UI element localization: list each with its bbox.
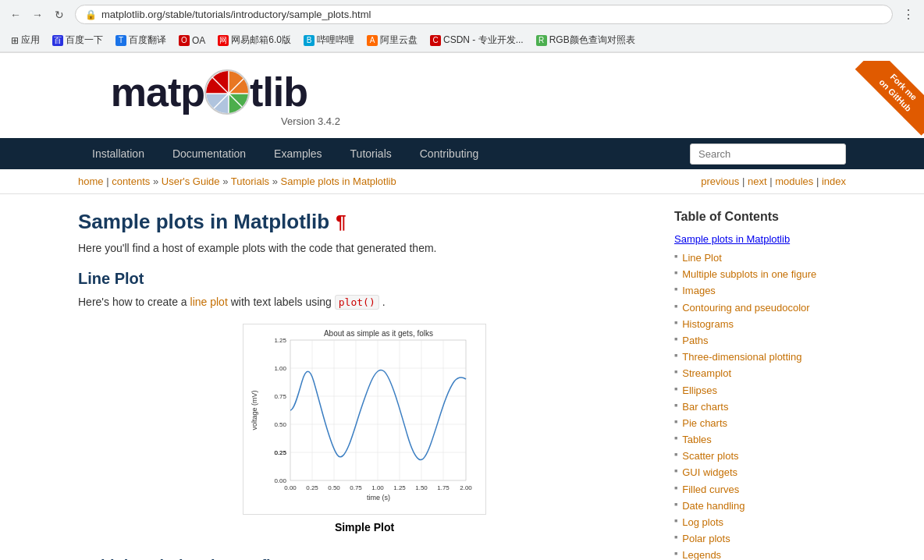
toc-item: Contouring and pseudocolor — [674, 301, 846, 315]
toc-link-tables[interactable]: Tables — [682, 433, 712, 447]
bookmark-bilibili[interactable]: B 哔哩哔哩 — [299, 32, 359, 48]
bookmarks-bar: ⊞ 应用 百 百度一下 T 百度翻译 O OA 网 网易邮箱6.0版 B 哔哩哔… — [0, 29, 924, 52]
section1-intro: Here's how to create a line plot with te… — [78, 296, 651, 308]
toc-link-images[interactable]: Images — [682, 284, 716, 298]
breadcrumb-contents[interactable]: contents — [112, 175, 150, 187]
svg-text:0.75: 0.75 — [274, 393, 286, 400]
toc-item: Three-dimensional plotting — [674, 350, 846, 364]
address-bar[interactable]: 🔒 matplotlib.org/stable/tutorials/introd… — [75, 5, 893, 24]
csdn-icon: C — [430, 35, 441, 46]
toc-link-legends[interactable]: Legends — [682, 548, 721, 560]
toc-link-paths[interactable]: Paths — [682, 334, 708, 348]
svg-text:1.00: 1.00 — [371, 484, 384, 491]
page-intro: Here you'll find a host of example plots… — [78, 242, 651, 254]
nav-index[interactable]: index — [822, 175, 846, 187]
version-text: Version 3.4.2 — [281, 115, 340, 127]
bookmark-label: OA — [192, 35, 205, 46]
breadcrumb-arrow3: » — [272, 175, 281, 187]
svg-rect-5 — [290, 340, 466, 480]
toc-link-ellipses[interactable]: Ellipses — [682, 384, 717, 398]
bilibili-icon: B — [304, 35, 315, 46]
bookmark-translate[interactable]: T 百度翻译 — [111, 32, 171, 48]
breadcrumb-home[interactable]: home — [78, 175, 104, 187]
lock-icon: 🔒 — [85, 9, 97, 20]
browser-nav-buttons: ← → ↻ — [6, 5, 69, 24]
bookmark-csdn[interactable]: C CSDN - 专业开发... — [425, 32, 528, 48]
toc-link-date[interactable]: Date handling — [682, 499, 745, 513]
bookmark-email[interactable]: 网 网易邮箱6.0版 — [213, 32, 296, 48]
y-axis: 0.00 0.25 0.50 0.75 1.00 1.25 — [274, 337, 286, 484]
bookmark-label: 百度一下 — [66, 34, 103, 47]
extensions-button[interactable]: ⋮ — [899, 5, 918, 24]
plot-title-text: About as simple as it gets, folks — [324, 329, 433, 338]
nav-examples[interactable]: Examples — [260, 138, 336, 169]
forward-button[interactable]: → — [28, 5, 47, 24]
apps-icon: ⊞ — [11, 35, 19, 46]
bookmark-label: 应用 — [21, 34, 40, 47]
nav-previous[interactable]: previous — [701, 175, 739, 187]
bookmark-label: 哔哩哔哩 — [317, 34, 354, 47]
toc-title: Table of Contents — [674, 210, 846, 224]
plot-caption: Simple Plot — [335, 521, 394, 533]
toc-item: Date handling — [674, 499, 846, 513]
breadcrumb-arrow2: » — [222, 175, 231, 187]
toc-link-filled[interactable]: Filled curves — [682, 483, 739, 497]
svg-text:1.25: 1.25 — [274, 337, 286, 344]
page-title: Sample plots in Matplotlib ¶ — [78, 210, 651, 234]
toc-link-3d[interactable]: Three-dimensional plotting — [682, 350, 801, 364]
toc-item: Streamplot — [674, 367, 846, 381]
bookmark-label: 阿里云盘 — [380, 34, 418, 47]
bookmark-aliyun[interactable]: A 阿里云盘 — [362, 32, 422, 48]
toc-link-log[interactable]: Log plots — [682, 516, 723, 530]
toc-link-polar[interactable]: Polar plots — [682, 532, 730, 546]
toc-link-histograms[interactable]: Histograms — [682, 317, 734, 331]
line-plot-link[interactable]: line plot — [190, 296, 228, 308]
toc-link-contouring[interactable]: Contouring and pseudocolor — [682, 301, 809, 315]
toc-link-pie-charts[interactable]: Pie charts — [682, 416, 727, 431]
nav-contributing[interactable]: Contributing — [406, 138, 493, 169]
bookmark-rgb[interactable]: R RGB颜色查询对照表 — [531, 32, 640, 48]
back-button[interactable]: ← — [6, 5, 25, 24]
breadcrumb-current[interactable]: Sample plots in Matplotlib — [281, 175, 396, 187]
nav-modules[interactable]: modules — [775, 175, 813, 187]
bookmark-apps[interactable]: ⊞ 应用 — [6, 32, 44, 48]
browser-chrome: ← → ↻ 🔒 matplotlib.org/stable/tutorials/… — [0, 0, 924, 53]
toc-link-streamplot[interactable]: Streamplot — [682, 367, 731, 381]
breadcrumb-nav: previous | next | modules | index — [701, 175, 846, 187]
svg-text:2.00: 2.00 — [460, 484, 472, 491]
toc-item: GUI widgets — [674, 466, 846, 480]
fork-ribbon-text: Fork me on GitHub — [855, 61, 924, 136]
bookmark-label: 百度翻译 — [129, 34, 166, 47]
line-plot-svg: About as simple as it gets, folks — [247, 328, 482, 508]
toc-item: Legends — [674, 548, 846, 560]
nav-tutorials[interactable]: Tutorials — [336, 138, 406, 169]
bookmark-oa[interactable]: O OA — [174, 34, 210, 48]
svg-text:0.25: 0.25 — [306, 484, 318, 491]
breadcrumb-users-guide[interactable]: User's Guide — [162, 175, 220, 187]
toc-item: Paths — [674, 334, 846, 348]
bookmark-baidu[interactable]: 百 百度一下 — [48, 32, 108, 48]
toc-link-scatter[interactable]: Scatter plots — [682, 449, 738, 463]
y-axis-extra: 0.25 — [274, 449, 286, 456]
toc-link-subplots[interactable]: Multiple subplots in one figure — [682, 268, 816, 282]
toc-link-line-plot[interactable]: Line Plot — [682, 251, 722, 265]
section2-heading: Multiple subplots in one figure — [78, 557, 651, 560]
nav-documentation[interactable]: Documentation — [158, 138, 260, 169]
svg-text:0.00: 0.00 — [274, 477, 286, 484]
reload-button[interactable]: ↻ — [50, 5, 69, 24]
toc-item: Bar charts — [674, 400, 846, 414]
nav-next[interactable]: next — [748, 175, 767, 187]
svg-text:0.50: 0.50 — [274, 421, 286, 428]
breadcrumb-tutorials[interactable]: Tutorials — [231, 175, 269, 187]
svg-text:1.75: 1.75 — [437, 484, 450, 491]
nav-installation[interactable]: Installation — [78, 138, 158, 169]
toc-link-gui[interactable]: GUI widgets — [682, 466, 737, 480]
fork-ribbon[interactable]: Fork me on GitHub — [838, 61, 924, 147]
search-input[interactable] — [690, 144, 846, 165]
toc-item: Images — [674, 284, 846, 298]
toc-link-bar-charts[interactable]: Bar charts — [682, 400, 728, 414]
aliyun-icon: A — [367, 35, 378, 46]
x-axis: 0.00 0.25 0.50 0.75 1.00 1.25 1.50 1.75 … — [284, 484, 472, 491]
svg-text:1.00: 1.00 — [274, 365, 286, 372]
toc-current-link[interactable]: Sample plots in Matplotlib — [674, 233, 790, 245]
